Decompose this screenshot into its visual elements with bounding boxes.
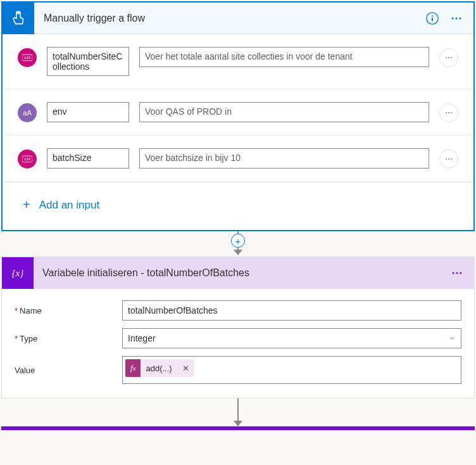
input-desc-field[interactable]: Voor QAS of PROD in [139, 102, 429, 122]
svg-point-23 [460, 272, 461, 274]
variable-actions [446, 262, 474, 284]
variable-more-button[interactable] [446, 262, 468, 284]
variable-card: {x} Variabele initialiseren - totalNumbe… [1, 257, 475, 398]
svg-point-17 [446, 158, 447, 160]
trigger-more-button[interactable] [446, 8, 467, 29]
var-value-input[interactable]: fx add(...) ✕ [122, 356, 461, 384]
add-input-label: Add an input [39, 199, 99, 212]
connector: + [0, 231, 476, 255]
svg-point-14 [451, 112, 452, 113]
number-icon: 123 [22, 54, 32, 61]
number-type-icon: 123 [18, 48, 37, 67]
next-card-peek [1, 426, 475, 430]
input-desc-field[interactable]: Voer batchsize in bijv 10 [139, 148, 429, 169]
input-row: 123 batchSize Voer batchsize in bijv 10 [3, 136, 473, 182]
variable-title: Variabele initialiseren - totalNumberOfB… [34, 267, 446, 279]
svg-point-21 [453, 272, 454, 274]
variable-badge: {x} [2, 257, 34, 289]
svg-point-9 [446, 57, 447, 58]
svg-point-19 [451, 158, 452, 160]
svg-text:{x}: {x} [12, 267, 24, 278]
svg-point-13 [448, 112, 449, 113]
variable-icon: {x} [9, 265, 26, 281]
variable-header: {x} Variabele initialiseren - totalNumbe… [2, 257, 474, 289]
svg-text:123: 123 [24, 157, 30, 161]
var-name-row: Name totalNumberOfBatches [15, 300, 461, 321]
arrow-down-icon [234, 421, 242, 426]
svg-text:123: 123 [24, 56, 30, 60]
svg-point-10 [448, 57, 449, 58]
svg-point-0 [17, 11, 20, 14]
arrow-down-icon [234, 250, 242, 255]
expression-text: add(...) [141, 364, 177, 373]
svg-point-12 [446, 112, 447, 113]
input-name-field[interactable]: batchSize [47, 148, 129, 169]
var-name-input[interactable]: totalNumberOfBatches [122, 300, 461, 321]
add-step-button[interactable]: + [231, 234, 245, 248]
var-name-label: Name [15, 306, 122, 315]
dots-icon [444, 108, 453, 117]
number-type-icon: 123 [18, 150, 37, 169]
input-more-button[interactable] [439, 103, 458, 122]
svg-point-2 [432, 15, 433, 16]
info-icon [425, 11, 439, 25]
svg-point-22 [456, 272, 458, 274]
expression-token[interactable]: fx add(...) ✕ [125, 359, 194, 377]
text-type-icon: aA [18, 103, 37, 122]
svg-rect-3 [432, 18, 433, 22]
var-value-row: Value fx add(...) ✕ [15, 356, 461, 384]
variable-body: Name totalNumberOfBatches Type Integer V… [2, 289, 474, 398]
dots-icon [451, 267, 463, 279]
dots-icon [444, 53, 453, 62]
input-row: 123 totalNumberSiteCollections Voer het … [3, 34, 473, 89]
var-type-label: Type [15, 334, 122, 343]
trigger-title: Manually trigger a flow [34, 13, 422, 24]
svg-point-11 [451, 57, 452, 58]
connector [0, 398, 476, 426]
trigger-actions [422, 8, 473, 29]
var-type-row: Type Integer [15, 328, 461, 348]
number-icon: 123 [22, 155, 32, 163]
var-name-value: totalNumberOfBatches [128, 305, 218, 315]
input-desc-field[interactable]: Voer het totale aantal site collecties i… [139, 47, 429, 67]
trigger-badge [3, 3, 34, 34]
input-name-field[interactable]: env [47, 102, 129, 122]
var-type-select[interactable]: Integer [122, 328, 461, 348]
fx-icon: fx [125, 359, 141, 377]
svg-point-6 [459, 17, 461, 19]
input-name-field[interactable]: totalNumberSiteCollections [47, 47, 129, 76]
connector-line [237, 398, 239, 421]
dots-icon [450, 12, 463, 25]
svg-point-4 [452, 17, 454, 19]
info-button[interactable] [422, 8, 443, 29]
touch-icon [10, 10, 27, 27]
text-icon: aA [23, 109, 31, 117]
var-value-label: Value [15, 366, 122, 375]
var-type-value: Integer [128, 333, 156, 343]
input-more-button[interactable] [439, 48, 458, 67]
trigger-card: Manually trigger a flow 123 totalNumberS… [1, 1, 475, 231]
svg-point-18 [448, 158, 449, 160]
add-input-button[interactable]: + Add an input [3, 182, 473, 230]
chevron-down-icon [448, 334, 456, 342]
input-row: aA env Voor QAS of PROD in [3, 89, 473, 136]
remove-token-button[interactable]: ✕ [177, 364, 194, 373]
input-more-button[interactable] [439, 150, 458, 169]
svg-point-5 [456, 17, 458, 19]
plus-icon: + [23, 198, 30, 212]
dots-icon [444, 155, 453, 163]
trigger-header: Manually trigger a flow [3, 3, 473, 34]
